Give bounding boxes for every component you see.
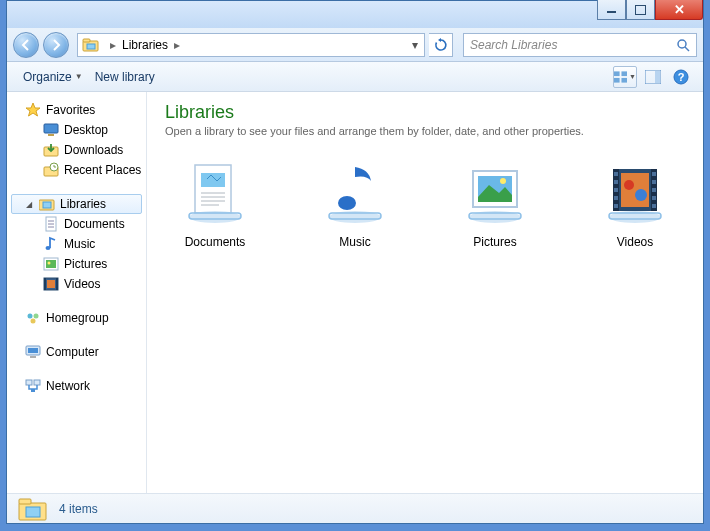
svg-rect-29: [44, 278, 46, 290]
sidebar-item-recent[interactable]: Recent Places: [7, 160, 146, 180]
libraries-header[interactable]: ◢ Libraries: [11, 194, 142, 214]
minimize-button[interactable]: [597, 0, 626, 20]
help-icon: ?: [673, 69, 689, 85]
desktop-label: Desktop: [64, 123, 108, 137]
breadcrumb-sep2[interactable]: ▸: [168, 38, 186, 52]
back-button[interactable]: [13, 32, 39, 58]
svg-point-27: [48, 262, 51, 265]
address-dropdown[interactable]: ▾: [406, 38, 424, 52]
preview-icon: [645, 70, 661, 84]
explorer-window: ▸ Libraries ▸ ▾ Search Libraries Organiz…: [6, 0, 704, 524]
recent-icon: [43, 162, 59, 178]
star-icon: [25, 102, 41, 118]
svg-rect-26: [46, 260, 56, 268]
svg-point-34: [31, 319, 36, 324]
status-libraries-icon: [17, 495, 49, 523]
computer-label: Computer: [46, 345, 99, 359]
svg-rect-30: [56, 278, 58, 290]
svg-rect-60: [614, 172, 618, 176]
sidebar-item-computer[interactable]: Computer: [7, 342, 146, 362]
help-button[interactable]: ?: [669, 66, 693, 88]
pictures-icon: [43, 256, 59, 272]
svg-rect-76: [19, 499, 31, 504]
content-pane: Libraries Open a library to see your fil…: [147, 92, 703, 493]
expand-icon: ◢: [26, 200, 32, 209]
view-icon: [614, 71, 627, 83]
sidebar-item-music[interactable]: Music: [7, 234, 146, 254]
libraries-nav-icon: [39, 196, 55, 212]
svg-rect-5: [614, 71, 620, 76]
svg-rect-31: [47, 280, 55, 288]
libraries-label: Libraries: [60, 197, 106, 211]
svg-rect-36: [28, 348, 38, 353]
sidebar-item-videos[interactable]: Videos: [7, 274, 146, 294]
documents-item-label: Documents: [185, 235, 246, 249]
music-item-label: Music: [339, 235, 370, 249]
svg-rect-37: [30, 356, 36, 358]
svg-rect-6: [621, 71, 627, 76]
sidebar-item-network[interactable]: Network: [7, 376, 146, 396]
library-documents[interactable]: Documents: [165, 157, 265, 249]
close-button[interactable]: [655, 0, 703, 20]
svg-rect-65: [652, 172, 656, 176]
page-subtitle: Open a library to see your files and arr…: [165, 125, 685, 137]
sidebar-item-homegroup[interactable]: Homegroup: [7, 308, 146, 328]
nav-bar: ▸ Libraries ▸ ▾ Search Libraries: [7, 28, 703, 62]
address-bar[interactable]: ▸ Libraries ▸ ▾: [77, 33, 425, 57]
music-icon: [43, 236, 59, 252]
downloads-icon: [43, 142, 59, 158]
sidebar-item-downloads[interactable]: Downloads: [7, 140, 146, 160]
svg-rect-61: [614, 180, 618, 184]
sidebar-item-documents[interactable]: Documents: [7, 214, 146, 234]
breadcrumb-root[interactable]: Libraries: [122, 38, 168, 52]
svg-rect-64: [614, 204, 618, 208]
svg-point-49: [338, 196, 356, 210]
videos-item-label: Videos: [617, 235, 653, 249]
music-label: Music: [64, 237, 95, 251]
favorites-label: Favorites: [46, 103, 95, 117]
svg-line-4: [685, 47, 689, 51]
breadcrumb-sep: ▸: [104, 38, 122, 52]
documents-large-icon: [179, 157, 251, 229]
search-box[interactable]: Search Libraries: [463, 33, 697, 57]
svg-point-3: [678, 40, 686, 48]
svg-point-32: [28, 314, 33, 319]
svg-point-71: [624, 180, 634, 190]
forward-button[interactable]: [43, 32, 69, 58]
svg-rect-8: [621, 77, 627, 82]
pictures-label: Pictures: [64, 257, 107, 271]
preview-pane-button[interactable]: [641, 66, 665, 88]
svg-rect-7: [614, 77, 620, 82]
desktop-icon: [43, 122, 59, 138]
network-label: Network: [46, 379, 90, 393]
refresh-button[interactable]: [429, 33, 453, 57]
library-pictures[interactable]: Pictures: [445, 157, 545, 249]
computer-icon: [25, 344, 41, 360]
svg-rect-67: [652, 188, 656, 192]
svg-rect-2: [87, 44, 95, 49]
status-bar: 4 items: [7, 493, 703, 523]
library-music[interactable]: Music: [305, 157, 405, 249]
libraries-icon: [80, 34, 102, 56]
svg-rect-40: [31, 389, 35, 392]
view-button[interactable]: ▼: [613, 66, 637, 88]
library-videos[interactable]: Videos: [585, 157, 685, 249]
new-library-label: New library: [95, 70, 155, 84]
sidebar-item-pictures[interactable]: Pictures: [7, 254, 146, 274]
pictures-item-label: Pictures: [473, 235, 516, 249]
status-text: 4 items: [59, 502, 98, 516]
titlebar[interactable]: [7, 1, 703, 28]
videos-large-icon: [599, 157, 671, 229]
music-large-icon: [319, 157, 391, 229]
organize-button[interactable]: Organize ▼: [17, 67, 89, 87]
navigation-pane: Favorites Desktop Downloads Recent Place…: [7, 92, 147, 493]
svg-point-54: [500, 178, 506, 184]
svg-rect-63: [614, 196, 618, 200]
page-title: Libraries: [165, 102, 685, 123]
new-library-button[interactable]: New library: [89, 67, 161, 87]
favorites-header[interactable]: Favorites: [7, 100, 146, 120]
maximize-button[interactable]: [626, 0, 655, 20]
svg-rect-69: [652, 204, 656, 208]
sidebar-item-desktop[interactable]: Desktop: [7, 120, 146, 140]
command-bar: Organize ▼ New library ▼ ?: [7, 62, 703, 92]
